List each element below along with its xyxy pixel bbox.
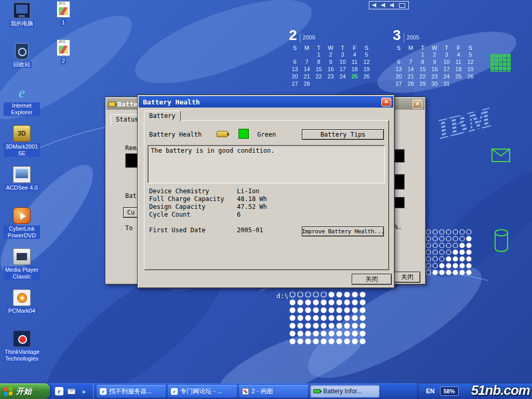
calendar-day: 30 xyxy=(429,81,441,87)
dot-grid xyxy=(289,291,370,346)
calendar-day: 17 xyxy=(441,66,453,73)
calendar-day: 21 xyxy=(405,73,417,80)
detail-value: 48.18 Wh xyxy=(237,195,267,203)
calendar-day: 16 xyxy=(325,66,337,73)
mute-icon[interactable] xyxy=(390,3,396,8)
desktop-icon-column: 我的电脑回收站Internet Explorer3DMark2001 SEACD… xyxy=(3,2,41,371)
battery-health-dialog[interactable]: Battery Health × Battery Battery Health … xyxy=(137,95,395,288)
calendar-weekday: M xyxy=(405,45,417,51)
file-icon-2[interactable]: 2 xyxy=(50,39,77,78)
calendar-weekday: W xyxy=(429,45,441,51)
taskbar-tasks: 找不到服务器...专门网论坛 - ...2 - 画图Battery Infor.… xyxy=(94,385,419,397)
chevron-icon[interactable] xyxy=(79,387,88,395)
spreadsheet-icon xyxy=(490,54,511,72)
calendar-weekday: T xyxy=(417,45,429,51)
calendar-day: 2 xyxy=(429,51,441,58)
tab-battery[interactable]: Battery xyxy=(144,111,181,121)
calendar-day: 11 xyxy=(453,59,464,65)
file-icon-1[interactable]: 1 xyxy=(50,1,77,39)
calendar-day: 8 xyxy=(417,59,429,65)
calendar-weekday: T xyxy=(313,45,325,51)
desktop-icon-label: 我的电脑 xyxy=(9,20,34,27)
start-button[interactable]: 开始 xyxy=(0,383,50,399)
desktop-icon-ie[interactable]: Internet Explorer xyxy=(3,84,41,125)
battery-percentage-badge[interactable]: 58% xyxy=(440,387,459,396)
calendar-day: 4 xyxy=(453,51,464,58)
taskbar-task[interactable]: 2 - 画图 xyxy=(239,385,308,397)
calendar-day: 6 xyxy=(393,59,405,65)
desktop-icon-recycle-bin[interactable]: 回收站 xyxy=(3,43,41,84)
windows-flag-icon xyxy=(4,387,13,396)
drive-label: d:\ xyxy=(276,292,288,300)
detail-label: First Used Date xyxy=(149,227,237,234)
calendar-day: 24 xyxy=(441,73,453,80)
calendar-day: 7 xyxy=(301,59,313,65)
detail-value: 6 xyxy=(237,211,241,219)
calendar-day: 21 xyxy=(301,73,313,80)
calendar-weekday: S xyxy=(464,45,476,51)
calendar-day: 5 xyxy=(464,51,476,58)
condition-textbox[interactable]: The battery is in good condition. xyxy=(148,145,385,183)
calendar-day: 26 xyxy=(361,73,373,80)
battery-tips-button[interactable]: Battery Tips xyxy=(302,129,384,140)
improve-battery-health-button[interactable]: Improve Battery Health... xyxy=(302,227,384,236)
task-label: 专门网论坛 - ... xyxy=(180,387,222,396)
calendar-day: 11 xyxy=(349,59,361,65)
desktop-icon-powerdvd[interactable]: CyberLink PowerDVD xyxy=(3,207,41,248)
dialog-titlebar[interactable]: Battery Health × xyxy=(139,96,393,108)
powerdvd-icon xyxy=(13,207,31,224)
file-label: 1 xyxy=(61,19,66,26)
window-title: Batte xyxy=(117,100,138,108)
taskbar-task[interactable]: 专门网论坛 - ... xyxy=(168,385,237,397)
site-watermark: 51nb.com xyxy=(471,382,530,398)
calendar-empty xyxy=(301,51,313,58)
desktop-icon-label: Media Player Classic xyxy=(4,267,40,280)
calendar-day: 12 xyxy=(361,59,373,65)
close-icon[interactable]: × xyxy=(413,100,422,109)
desktop-icon-pcmark[interactable]: PCMark04 xyxy=(3,289,41,330)
calendar-day: 20 xyxy=(289,73,301,80)
ie-icon[interactable] xyxy=(55,387,63,395)
calendar-day: 26 xyxy=(464,73,476,80)
quick-launch xyxy=(50,383,94,399)
paint-icon xyxy=(242,388,249,395)
volume-up-icon[interactable] xyxy=(381,3,387,8)
calendar-day: 9 xyxy=(429,59,441,65)
calendar-year: 2005 xyxy=(300,33,315,43)
calendar-month: 2 xyxy=(289,28,297,43)
close-button[interactable]: 关闭 xyxy=(352,274,392,285)
desktop-icon-3dmark[interactable]: 3DMark2001 SE xyxy=(3,125,41,166)
calendar-day: 18 xyxy=(453,66,464,73)
desktop-icon-acdsee[interactable]: ACDSee 4.0 xyxy=(3,166,41,207)
calendar-month: 3 xyxy=(393,28,401,43)
calendar-header: 3 2005 xyxy=(393,28,480,43)
3dmark-icon xyxy=(13,125,31,142)
mail-icon[interactable] xyxy=(68,389,75,394)
desktop-icon-my-computer[interactable]: 我的电脑 xyxy=(3,2,41,43)
calendar-february: 2 2005 SMTWTFS12345678910111213141516171… xyxy=(289,28,376,87)
calendar-day: 23 xyxy=(429,73,441,80)
calendar-day: 8 xyxy=(313,59,325,65)
calendar-weekday: S xyxy=(393,45,405,51)
calendar-year: 2005 xyxy=(404,33,419,43)
battery-health-label: Battery Health xyxy=(149,131,202,138)
display-icon[interactable] xyxy=(399,3,405,8)
desktop-icon-label: CyberLink PowerDVD xyxy=(4,225,40,239)
calendar-day: 3 xyxy=(337,51,349,58)
close-icon[interactable]: × xyxy=(381,98,391,107)
language-indicator[interactable]: EN xyxy=(426,388,435,395)
calendar-day: 27 xyxy=(393,81,405,87)
taskbar-task[interactable]: Battery Infor... xyxy=(310,385,379,397)
calendar-day: 20 xyxy=(393,73,405,80)
volume-down-icon[interactable] xyxy=(373,3,378,8)
taskbar-task[interactable]: 找不到服务器... xyxy=(97,385,166,397)
calendar-day: 28 xyxy=(301,81,313,87)
svg-text:IBM: IBM xyxy=(434,101,496,145)
close-button[interactable]: 关闭 xyxy=(394,272,420,283)
detail-row: Device ChemistryLi-Ion xyxy=(149,188,384,195)
start-label: 开始 xyxy=(16,387,32,396)
desktop-icon-thinkvantage[interactable]: ThinkVantage Technologies xyxy=(3,330,41,371)
calendar-empty xyxy=(349,81,361,87)
desktop-icon-mpc[interactable]: Media Player Classic xyxy=(3,248,41,289)
current-button[interactable]: Cu xyxy=(123,207,139,218)
